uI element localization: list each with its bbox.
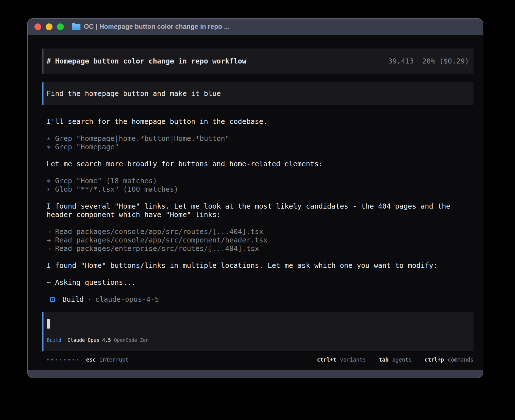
assistant-text: Let me search more broadly for buttons a… bbox=[42, 160, 473, 168]
agent-model: claude-opus-4-5 bbox=[95, 295, 159, 304]
commands-label: commands bbox=[448, 356, 473, 364]
esc-key: esc bbox=[86, 356, 96, 364]
agent-build-icon bbox=[50, 297, 55, 302]
session-usage: 39,413 20% ($0.29) bbox=[388, 57, 469, 65]
folder-icon bbox=[72, 24, 80, 30]
agents-label: agents bbox=[392, 356, 412, 364]
status-bar: esc interrupt ctrl+t variants tab agents… bbox=[42, 356, 473, 364]
hint-variants: ctrl+t variants bbox=[317, 356, 366, 364]
close-button[interactable] bbox=[34, 23, 41, 30]
variants-label: variants bbox=[340, 356, 366, 364]
input-mode-line: Build Claude Opus 4.5 OpenCode Zen bbox=[47, 337, 469, 343]
minimize-button[interactable] bbox=[46, 23, 53, 30]
session-title: # Homepage button color change in repo w… bbox=[47, 57, 246, 65]
terminal-content: # Homepage button color change in repo w… bbox=[28, 35, 483, 370]
tool-call-glob: ∗ Glob "**/*.tsx" (100 matches) bbox=[42, 185, 473, 194]
agent-name: Build bbox=[62, 295, 84, 304]
assistant-text: I found several "Home" links. Let me loo… bbox=[42, 202, 473, 211]
user-message: Find the homepage button and make it blu… bbox=[42, 82, 473, 105]
tool-call-grep: ∗ Grep "Home" (18 matches) bbox=[42, 177, 473, 185]
hint-interrupt: esc interrupt bbox=[86, 356, 128, 364]
ctrl-p-key: ctrl+p bbox=[425, 356, 444, 364]
session-header: # Homepage button color change in repo w… bbox=[42, 49, 473, 74]
ctrl-t-key: ctrl+t bbox=[317, 356, 337, 364]
tool-call-grep: ∗ Grep "Homepage" bbox=[42, 143, 473, 151]
assistant-text: I found "Home" buttons/links in multiple… bbox=[42, 261, 473, 270]
tab-key: tab bbox=[379, 356, 389, 364]
hint-commands: ctrl+p commands bbox=[425, 356, 473, 364]
agent-status-line: Build · claude-opus-4-5 bbox=[42, 295, 473, 304]
status-asking-questions: ~ Asking questions... bbox=[42, 278, 473, 287]
assistant-text: header component which have "Home" links… bbox=[42, 211, 473, 219]
tool-call-read: → Read packages/console/app/src/routes/[… bbox=[42, 228, 473, 236]
tool-call-read: → Read packages/console/app/src/componen… bbox=[42, 236, 473, 244]
tool-call-grep: ∗ Grep "homepage|home.*button|Home.*butt… bbox=[42, 134, 473, 143]
provider-name: OpenCode Zen bbox=[114, 337, 149, 343]
zoom-button[interactable] bbox=[57, 23, 64, 30]
window-titlebar[interactable]: OC | Homepage button color change in rep… bbox=[28, 19, 483, 35]
tool-call-read: → Read packages/enterprise/src/routes/[.… bbox=[42, 244, 473, 253]
keyboard-hints: ctrl+t variants tab agents ctrl+p comman… bbox=[317, 356, 473, 364]
context-usage: 20% ($0.29) bbox=[422, 57, 469, 65]
terminal-window: OC | Homepage button color change in rep… bbox=[27, 18, 483, 378]
window-footer bbox=[28, 370, 483, 378]
hint-agents: tab agents bbox=[379, 356, 412, 364]
agent-separator: · bbox=[87, 295, 91, 304]
text-cursor bbox=[47, 319, 50, 329]
user-message-text: Find the homepage button and make it blu… bbox=[47, 89, 221, 98]
assistant-text: I'll search for the homepage button in t… bbox=[42, 117, 473, 126]
traffic-lights bbox=[34, 23, 64, 30]
window-title: OC | Homepage button color change in rep… bbox=[84, 23, 230, 30]
model-name[interactable]: Claude Opus 4.5 bbox=[67, 337, 111, 343]
mode-badge[interactable]: Build bbox=[47, 337, 61, 343]
token-count: 39,413 bbox=[388, 57, 414, 65]
prompt-input[interactable]: Build Claude Opus 4.5 OpenCode Zen bbox=[42, 312, 473, 351]
conversation: I'll search for the homepage button in t… bbox=[42, 117, 473, 304]
esc-label: interrupt bbox=[99, 356, 128, 364]
spinner-dots-icon bbox=[42, 359, 78, 360]
